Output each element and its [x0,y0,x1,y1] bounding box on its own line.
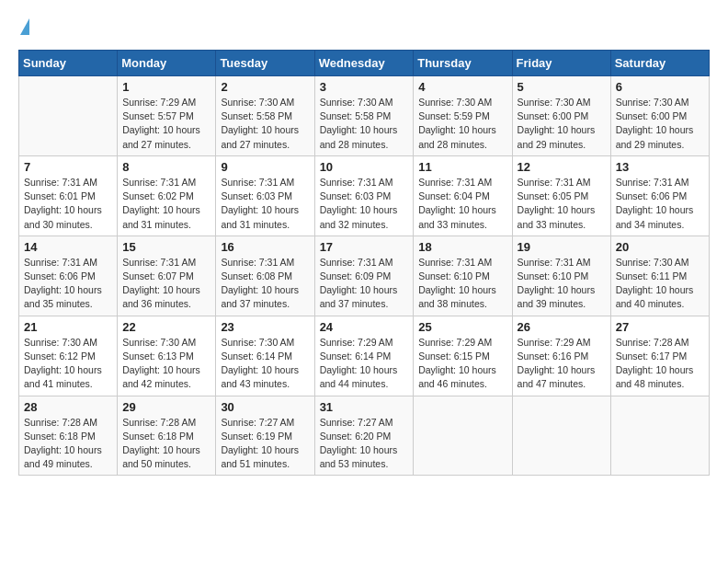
day-number: 16 [221,240,309,254]
calendar-cell: 30Sunrise: 7:27 AM Sunset: 6:19 PM Dayli… [216,396,314,476]
col-header-saturday: Saturday [610,51,709,76]
day-info: Sunrise: 7:29 AM Sunset: 6:16 PM Dayligh… [518,336,606,392]
day-number: 17 [320,240,409,254]
day-number: 12 [518,160,606,174]
day-info: Sunrise: 7:31 AM Sunset: 6:10 PM Dayligh… [418,256,506,312]
calendar-cell: 28Sunrise: 7:28 AM Sunset: 6:18 PM Dayli… [19,396,118,476]
calendar-cell: 7Sunrise: 7:31 AM Sunset: 6:01 PM Daylig… [19,155,118,236]
col-header-friday: Friday [512,51,610,76]
day-info: Sunrise: 7:28 AM Sunset: 6:17 PM Dayligh… [616,336,704,392]
day-number: 23 [221,320,309,334]
calendar-cell: 19Sunrise: 7:31 AM Sunset: 6:10 PM Dayli… [512,236,610,316]
day-number: 19 [518,240,606,254]
day-number: 18 [418,240,506,254]
calendar-cell: 22Sunrise: 7:30 AM Sunset: 6:13 PM Dayli… [118,316,216,396]
logo [18,18,29,35]
day-info: Sunrise: 7:27 AM Sunset: 6:20 PM Dayligh… [320,416,409,472]
day-info: Sunrise: 7:30 AM Sunset: 5:59 PM Dayligh… [418,96,506,152]
col-header-tuesday: Tuesday [216,51,314,76]
day-info: Sunrise: 7:30 AM Sunset: 6:14 PM Dayligh… [221,336,309,392]
day-info: Sunrise: 7:31 AM Sunset: 6:02 PM Dayligh… [122,176,210,232]
day-info: Sunrise: 7:30 AM Sunset: 6:11 PM Dayligh… [616,256,704,312]
calendar-week-5: 28Sunrise: 7:28 AM Sunset: 6:18 PM Dayli… [19,396,710,476]
calendar-cell: 25Sunrise: 7:29 AM Sunset: 6:15 PM Dayli… [414,316,512,396]
day-info: Sunrise: 7:28 AM Sunset: 6:18 PM Dayligh… [122,416,210,472]
calendar-cell: 3Sunrise: 7:30 AM Sunset: 5:58 PM Daylig… [314,76,414,156]
calendar-cell [19,76,118,156]
day-number: 31 [320,400,409,414]
calendar-cell: 15Sunrise: 7:31 AM Sunset: 6:07 PM Dayli… [118,236,216,316]
day-number: 21 [24,320,112,334]
day-info: Sunrise: 7:30 AM Sunset: 6:00 PM Dayligh… [616,96,704,152]
day-number: 20 [616,240,704,254]
calendar-table: SundayMondayTuesdayWednesdayThursdayFrid… [18,50,710,476]
calendar-cell: 31Sunrise: 7:27 AM Sunset: 6:20 PM Dayli… [314,396,414,476]
page-header [18,18,710,35]
calendar-cell [414,396,512,476]
day-info: Sunrise: 7:29 AM Sunset: 5:57 PM Dayligh… [122,96,210,152]
day-info: Sunrise: 7:31 AM Sunset: 6:01 PM Dayligh… [24,176,112,232]
day-info: Sunrise: 7:28 AM Sunset: 6:18 PM Dayligh… [24,416,112,472]
calendar-cell: 29Sunrise: 7:28 AM Sunset: 6:18 PM Dayli… [118,396,216,476]
day-info: Sunrise: 7:31 AM Sunset: 6:07 PM Dayligh… [122,256,210,312]
calendar-cell: 26Sunrise: 7:29 AM Sunset: 6:16 PM Dayli… [512,316,610,396]
day-info: Sunrise: 7:31 AM Sunset: 6:05 PM Dayligh… [518,176,606,232]
calendar-cell: 12Sunrise: 7:31 AM Sunset: 6:05 PM Dayli… [512,155,610,236]
calendar-cell: 4Sunrise: 7:30 AM Sunset: 5:59 PM Daylig… [414,76,512,156]
calendar-cell: 24Sunrise: 7:29 AM Sunset: 6:14 PM Dayli… [314,316,414,396]
calendar-cell: 2Sunrise: 7:30 AM Sunset: 5:58 PM Daylig… [216,76,314,156]
logo-icon [20,18,29,35]
calendar-week-1: 1Sunrise: 7:29 AM Sunset: 5:57 PM Daylig… [19,76,710,156]
calendar-cell: 11Sunrise: 7:31 AM Sunset: 6:04 PM Dayli… [414,155,512,236]
day-info: Sunrise: 7:30 AM Sunset: 6:12 PM Dayligh… [24,336,112,392]
day-number: 28 [24,400,112,414]
col-header-thursday: Thursday [414,51,512,76]
day-number: 14 [24,240,112,254]
day-info: Sunrise: 7:30 AM Sunset: 5:58 PM Dayligh… [221,96,309,152]
calendar-cell: 9Sunrise: 7:31 AM Sunset: 6:03 PM Daylig… [216,155,314,236]
day-number: 1 [122,80,210,94]
day-number: 24 [320,320,409,334]
calendar-cell [610,396,709,476]
calendar-cell [512,396,610,476]
calendar-cell: 16Sunrise: 7:31 AM Sunset: 6:08 PM Dayli… [216,236,314,316]
day-number: 9 [221,160,309,174]
calendar-cell: 21Sunrise: 7:30 AM Sunset: 6:12 PM Dayli… [19,316,118,396]
day-number: 26 [518,320,606,334]
day-info: Sunrise: 7:31 AM Sunset: 6:08 PM Dayligh… [221,256,309,312]
calendar-cell: 13Sunrise: 7:31 AM Sunset: 6:06 PM Dayli… [610,155,709,236]
day-info: Sunrise: 7:31 AM Sunset: 6:10 PM Dayligh… [518,256,606,312]
calendar-week-3: 14Sunrise: 7:31 AM Sunset: 6:06 PM Dayli… [19,236,710,316]
calendar-cell: 10Sunrise: 7:31 AM Sunset: 6:03 PM Dayli… [314,155,414,236]
calendar-cell: 1Sunrise: 7:29 AM Sunset: 5:57 PM Daylig… [118,76,216,156]
day-number: 29 [122,400,210,414]
calendar-cell: 27Sunrise: 7:28 AM Sunset: 6:17 PM Dayli… [610,316,709,396]
day-number: 8 [122,160,210,174]
day-number: 4 [418,80,506,94]
day-info: Sunrise: 7:30 AM Sunset: 6:13 PM Dayligh… [122,336,210,392]
day-number: 11 [418,160,506,174]
calendar-cell: 5Sunrise: 7:30 AM Sunset: 6:00 PM Daylig… [512,76,610,156]
day-info: Sunrise: 7:30 AM Sunset: 5:58 PM Dayligh… [320,96,409,152]
day-info: Sunrise: 7:27 AM Sunset: 6:19 PM Dayligh… [221,416,309,472]
col-header-sunday: Sunday [19,51,118,76]
day-info: Sunrise: 7:31 AM Sunset: 6:04 PM Dayligh… [418,176,506,232]
day-number: 25 [418,320,506,334]
day-number: 22 [122,320,210,334]
day-number: 6 [616,80,704,94]
col-header-monday: Monday [118,51,216,76]
day-number: 2 [221,80,309,94]
calendar-cell: 8Sunrise: 7:31 AM Sunset: 6:02 PM Daylig… [118,155,216,236]
day-info: Sunrise: 7:31 AM Sunset: 6:06 PM Dayligh… [24,256,112,312]
day-number: 30 [221,400,309,414]
day-number: 3 [320,80,409,94]
calendar-cell: 14Sunrise: 7:31 AM Sunset: 6:06 PM Dayli… [19,236,118,316]
calendar-cell: 17Sunrise: 7:31 AM Sunset: 6:09 PM Dayli… [314,236,414,316]
calendar-week-4: 21Sunrise: 7:30 AM Sunset: 6:12 PM Dayli… [19,316,710,396]
day-number: 5 [518,80,606,94]
day-number: 15 [122,240,210,254]
calendar-cell: 23Sunrise: 7:30 AM Sunset: 6:14 PM Dayli… [216,316,314,396]
day-number: 10 [320,160,409,174]
day-info: Sunrise: 7:30 AM Sunset: 6:00 PM Dayligh… [518,96,606,152]
day-info: Sunrise: 7:29 AM Sunset: 6:14 PM Dayligh… [320,336,409,392]
